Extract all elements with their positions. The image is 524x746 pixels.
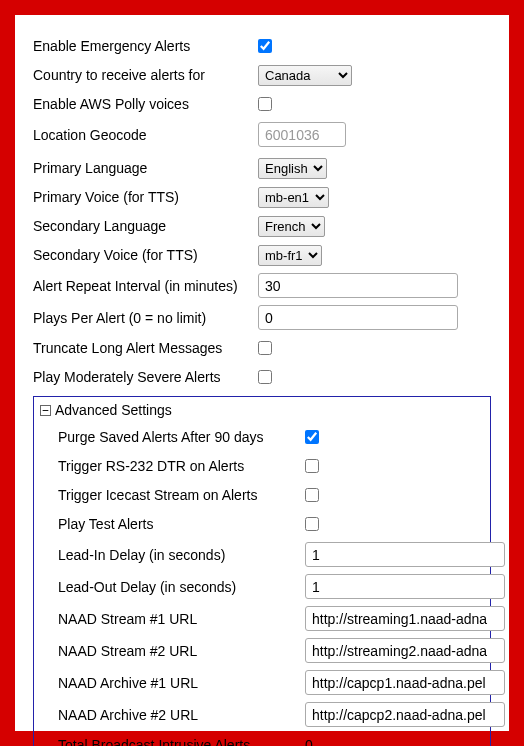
plays-per-alert-label: Plays Per Alert (0 = no limit) (33, 310, 258, 326)
naad-archive1-label: NAAD Archive #1 URL (40, 675, 305, 691)
settings-panel: Enable Emergency Alerts Country to recei… (15, 15, 509, 731)
truncate-label: Truncate Long Alert Messages (33, 340, 258, 356)
primary-voice-select[interactable]: mb-en1 (258, 187, 329, 208)
lead-in-label: Lead-In Delay (in seconds) (40, 547, 305, 563)
advanced-settings-title: Advanced Settings (55, 402, 172, 418)
truncate-checkbox[interactable] (258, 341, 272, 355)
naad-stream2-input[interactable] (305, 638, 505, 663)
country-select[interactable]: Canada (258, 65, 352, 86)
alert-repeat-input[interactable] (258, 273, 458, 298)
collapse-icon[interactable]: − (40, 405, 51, 416)
play-moderate-checkbox[interactable] (258, 370, 272, 384)
alert-repeat-label: Alert Repeat Interval (in minutes) (33, 278, 258, 294)
naad-stream1-label: NAAD Stream #1 URL (40, 611, 305, 627)
secondary-language-select[interactable]: French (258, 216, 325, 237)
enable-emergency-alerts-label: Enable Emergency Alerts (33, 38, 258, 54)
enable-aws-polly-label: Enable AWS Polly voices (33, 96, 258, 112)
trigger-rs232-checkbox[interactable] (305, 459, 319, 473)
country-label: Country to receive alerts for (33, 67, 258, 83)
play-test-checkbox[interactable] (305, 517, 319, 531)
naad-archive2-input[interactable] (305, 702, 505, 727)
primary-language-label: Primary Language (33, 160, 258, 176)
enable-emergency-alerts-checkbox[interactable] (258, 39, 272, 53)
plays-per-alert-input[interactable] (258, 305, 458, 330)
trigger-icecast-checkbox[interactable] (305, 488, 319, 502)
location-geocode-input[interactable] (258, 122, 346, 147)
naad-stream1-input[interactable] (305, 606, 505, 631)
primary-voice-label: Primary Voice (for TTS) (33, 189, 258, 205)
total-broadcast-label: Total Broadcast Intrusive Alerts (40, 737, 305, 746)
secondary-voice-select[interactable]: mb-fr1 (258, 245, 322, 266)
lead-out-label: Lead-Out Delay (in seconds) (40, 579, 305, 595)
total-broadcast-value: 0 (305, 737, 482, 746)
enable-aws-polly-checkbox[interactable] (258, 97, 272, 111)
trigger-icecast-label: Trigger Icecast Stream on Alerts (40, 487, 305, 503)
play-moderate-label: Play Moderately Severe Alerts (33, 369, 258, 385)
play-test-label: Play Test Alerts (40, 516, 305, 532)
purge-label: Purge Saved Alerts After 90 days (40, 429, 305, 445)
naad-archive2-label: NAAD Archive #2 URL (40, 707, 305, 723)
purge-checkbox[interactable] (305, 430, 319, 444)
lead-in-input[interactable] (305, 542, 505, 567)
location-geocode-label: Location Geocode (33, 127, 258, 143)
naad-stream2-label: NAAD Stream #2 URL (40, 643, 305, 659)
trigger-rs232-label: Trigger RS-232 DTR on Alerts (40, 458, 305, 474)
primary-language-select[interactable]: English (258, 158, 327, 179)
lead-out-input[interactable] (305, 574, 505, 599)
advanced-settings-fieldset: − Advanced Settings Purge Saved Alerts A… (33, 396, 491, 746)
secondary-voice-label: Secondary Voice (for TTS) (33, 247, 258, 263)
naad-archive1-input[interactable] (305, 670, 505, 695)
secondary-language-label: Secondary Language (33, 218, 258, 234)
